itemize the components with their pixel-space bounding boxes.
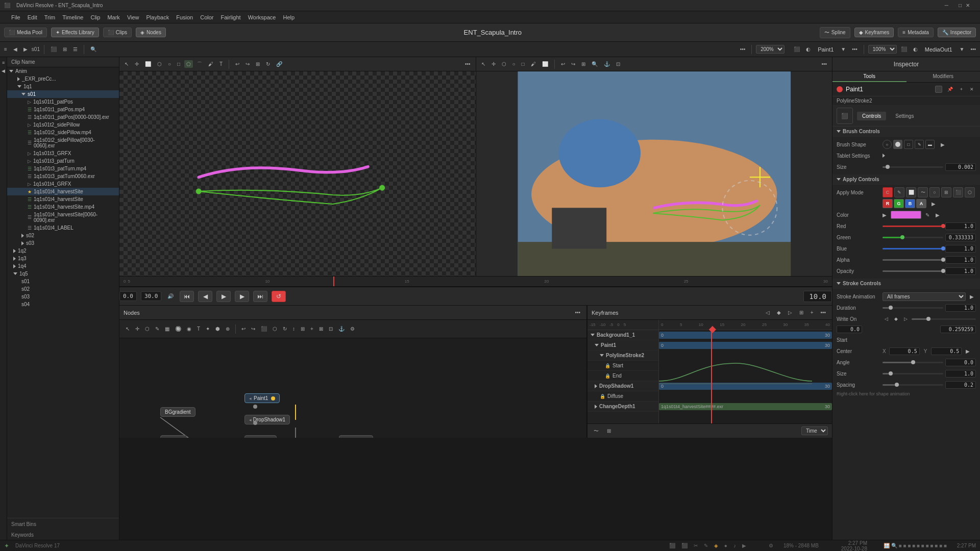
- kf-track-dropshadow[interactable]: DropShadow1: [587, 381, 658, 391]
- node-tool-3[interactable]: ⬡: [143, 325, 152, 333]
- folder-s01[interactable]: s01: [7, 90, 119, 98]
- menu-view[interactable]: View: [127, 14, 139, 20]
- status-color-btn[interactable]: ●: [724, 543, 727, 548]
- brush-shape-rect[interactable]: ▬: [925, 140, 935, 149]
- node-DropShadow1[interactable]: ◂ DropShadow1: [244, 415, 290, 424]
- status-cut-btn[interactable]: ✂: [694, 543, 698, 548]
- folder-s02[interactable]: s02: [7, 232, 119, 239]
- anim-toggle[interactable]: ◀: [0, 67, 7, 74]
- status-deliver-btn[interactable]: ▶: [742, 543, 746, 548]
- node-view2-btn[interactable]: ⬡: [271, 325, 279, 333]
- write-on-kf-btn[interactable]: ◆: [892, 315, 900, 322]
- node-tool-9[interactable]: ✦: [204, 325, 212, 333]
- menu-clip[interactable]: Clip: [90, 14, 100, 20]
- stroke-size-input[interactable]: 1.0: [945, 370, 976, 378]
- opacity-slider[interactable]: [883, 270, 943, 272]
- rv-ellipse-btn[interactable]: ○: [510, 60, 518, 68]
- panel-toggle-btn[interactable]: ≡: [2, 45, 9, 53]
- media-pool-button[interactable]: ⬛ Media Pool: [4, 28, 47, 37]
- apply-mode-blur-btn[interactable]: ○: [929, 187, 940, 197]
- menu-trim[interactable]: Trim: [44, 14, 56, 20]
- menu-color[interactable]: Color: [200, 14, 213, 20]
- rv-safe-btn[interactable]: ⊡: [614, 60, 622, 68]
- color-btn-A[interactable]: A: [916, 199, 926, 208]
- node-tool-7[interactable]: ◉: [185, 325, 193, 333]
- status-media-btn[interactable]: ⬛: [681, 543, 688, 548]
- close-btn[interactable]: ✕: [966, 3, 970, 8]
- spline-button[interactable]: 〜 Spline: [820, 27, 850, 38]
- node-pin-btn[interactable]: 📌: [945, 86, 955, 93]
- viewer-layout-list[interactable]: ☰: [71, 45, 80, 53]
- right-viewer-more[interactable]: ▼: [958, 45, 967, 53]
- menu-fairlight[interactable]: Fairlight: [221, 14, 241, 20]
- kf-track-polystroke[interactable]: PolylineStroke2: [587, 350, 658, 361]
- node-tool-6[interactable]: 🔘: [173, 325, 183, 333]
- lv-crop-btn[interactable]: ⬜: [143, 60, 153, 68]
- color-btn-R[interactable]: R: [883, 199, 893, 208]
- kf-time-select[interactable]: Time: [801, 427, 828, 435]
- node-collapse-btn[interactable]: ⊡: [327, 325, 335, 333]
- menu-playback[interactable]: Playback: [146, 14, 169, 20]
- folder-1q5-s03[interactable]: s03: [7, 293, 119, 300]
- left-viewer-options[interactable]: ⬛: [792, 45, 802, 53]
- file-harvestSite-exr[interactable]: ☰ 1q1s01t4_harvestSite[0060-0090].exr: [7, 211, 119, 224]
- file-sidePillow-mp4[interactable]: ☰ 1q1s01t2_sidePillow.mp4: [7, 129, 119, 136]
- file-GRFX[interactable]: ▷ 1q1s01t3_GRFX: [7, 149, 119, 157]
- menu-fusion[interactable]: Fusion: [176, 14, 193, 20]
- left-zoom-select[interactable]: 200%100%50%: [756, 45, 785, 54]
- status-encode-btn[interactable]: ⬛: [669, 543, 675, 548]
- center-y-input[interactable]: 0.5: [931, 347, 962, 355]
- lv-link-btn[interactable]: 🔗: [274, 60, 284, 68]
- size-input[interactable]: 0.002: [945, 163, 976, 171]
- node-tool-8[interactable]: T: [195, 325, 202, 333]
- lv-ellipse-btn[interactable]: ○: [166, 60, 173, 68]
- brush-controls-header[interactable]: Brush Controls: [832, 127, 980, 137]
- rv-grid-btn[interactable]: ⊞: [579, 60, 587, 68]
- left-viewer-more[interactable]: ▼: [839, 45, 848, 53]
- node-Merge1_1[interactable]: Merge1_1: [244, 435, 277, 438]
- lv-more-btn[interactable]: •••: [463, 60, 473, 68]
- insp-sub-tab-settings[interactable]: Settings: [890, 112, 919, 120]
- status-fusion-btn[interactable]: ◈: [714, 543, 718, 548]
- node-rotate-btn[interactable]: ↻: [281, 325, 289, 333]
- effects-library-button[interactable]: ✦ Effects Library: [51, 28, 99, 37]
- left-viewer-color[interactable]: ◐: [804, 45, 813, 53]
- folder-s03[interactable]: s03: [7, 239, 119, 247]
- kf-footer-curve-btn[interactable]: 〜: [592, 427, 601, 436]
- node-flip-btn[interactable]: ↕: [290, 325, 297, 333]
- search-btn[interactable]: 🔍: [88, 45, 99, 53]
- insp-tab-tools[interactable]: Tools: [832, 71, 906, 82]
- kf-zoom-in[interactable]: +: [808, 309, 816, 316]
- dots-menu[interactable]: •••: [738, 45, 748, 53]
- kf-track-background[interactable]: Background1_1: [587, 330, 658, 340]
- viewer-layout-grid[interactable]: ⊞: [61, 45, 69, 53]
- angle-slider[interactable]: [883, 362, 943, 363]
- stroke-size-slider[interactable]: [883, 373, 943, 374]
- spacing-slider[interactable]: [883, 384, 943, 386]
- apply-mode-wire-btn[interactable]: ⊞: [941, 187, 951, 197]
- kf-bg-bar[interactable]: 0 30: [659, 332, 832, 339]
- node-tool-1[interactable]: ↖: [124, 325, 132, 333]
- color-btn-B[interactable]: B: [905, 199, 915, 208]
- shape-animation-hint[interactable]: Right-click here for shape animation: [832, 390, 980, 397]
- file-harvestSite[interactable]: ★ 1q1s01t4_harvestSite: [7, 188, 119, 195]
- right-zoom-select[interactable]: 100%200%50%: [868, 45, 897, 54]
- folder-exr[interactable]: _EXR_preCc...: [7, 75, 119, 83]
- rv-eraser-btn[interactable]: ⬜: [540, 60, 550, 68]
- folder-1q5[interactable]: 1q5: [7, 270, 119, 278]
- node-tool-10[interactable]: ⬢: [213, 325, 222, 333]
- kf-more-btn[interactable]: •••: [818, 309, 828, 316]
- file-sidePillow[interactable]: ▷ 1q1s01t2_sidePillow: [7, 121, 119, 129]
- kf-nav-next[interactable]: ▷: [786, 309, 794, 316]
- angle-input[interactable]: 0.0: [945, 359, 976, 366]
- lv-transform-btn[interactable]: ✛: [133, 60, 141, 68]
- kf-harvest-bar[interactable]: 1q1s01t4_harvestSite####.exr 30: [659, 403, 832, 410]
- menu-help[interactable]: Help: [283, 14, 295, 20]
- file-patPos-exr[interactable]: ☰ 1q1s01t1_patPos[0000-0030].exr: [7, 113, 119, 121]
- apply-mode-more-btn[interactable]: ▶: [978, 189, 980, 196]
- file-patTurn[interactable]: ▷ 1q1s01t3_patTurn: [7, 157, 119, 165]
- center-more-btn[interactable]: ▶: [964, 347, 972, 355]
- write-on-prev-btn[interactable]: ◁: [883, 315, 890, 322]
- node-zoom-in-btn[interactable]: +: [308, 325, 315, 333]
- rv-more-btn[interactable]: •••: [819, 60, 829, 68]
